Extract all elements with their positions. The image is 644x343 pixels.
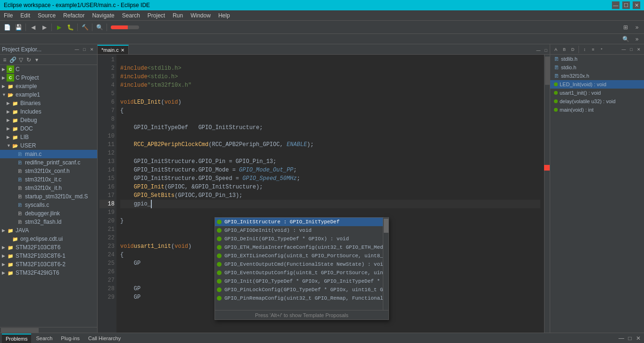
outline-btn4[interactable]: ↕	[581, 46, 588, 53]
bottom-maximize[interactable]: □	[626, 335, 634, 342]
new-button[interactable]: 📄	[2, 22, 12, 33]
ac-item-1[interactable]: GPIO_AFIODeInit(void) : void	[215, 226, 383, 235]
menu-window[interactable]: Window	[187, 11, 215, 20]
tree-ld[interactable]: 🖹 stm32_flash.ld	[0, 218, 97, 226]
tree-mainc[interactable]: 🖹 main.c	[0, 150, 97, 158]
outline-maximize[interactable]: □	[628, 46, 635, 53]
outline-stdlib[interactable]: 🖹 stdlib.h	[550, 55, 644, 63]
save-button[interactable]: 💾	[13, 22, 24, 33]
tree-stm1[interactable]: ▶ 📁 STM32F103C8T6	[0, 243, 97, 252]
bottom-close[interactable]: ✕	[635, 335, 642, 342]
editor-maximize[interactable]: □	[542, 47, 550, 54]
minimize-button[interactable]: —	[612, 1, 619, 9]
menu-project[interactable]: Project	[144, 11, 169, 20]
toolbar2-overflow[interactable]: »	[632, 34, 642, 44]
tree-startup[interactable]: 🖹 startup_stm32f10x_md.S	[0, 192, 97, 201]
tree-binaries[interactable]: ▶ 📁 Binaries	[0, 99, 97, 107]
tree-eclipse-cdt[interactable]: 📁 org.eclipse.cdt.ui	[0, 235, 97, 243]
search-button[interactable]: 🔍	[94, 22, 105, 33]
panel-menu-button[interactable]: ▾	[33, 56, 41, 64]
back-button[interactable]: ◀	[28, 22, 38, 33]
build-button[interactable]: 🔨	[80, 22, 90, 33]
menu-file[interactable]: File	[0, 11, 17, 20]
tree-stm4[interactable]: ▶ 📁 STM32F429IGT6	[0, 269, 97, 277]
menu-run[interactable]: Run	[169, 11, 187, 20]
tree-conf-h[interactable]: 🖹 stm32f10x_conf.h	[0, 167, 97, 175]
filter-button[interactable]: ▽	[17, 56, 25, 64]
tree-it-h[interactable]: 🖹 stm32f10x_it.h	[0, 184, 97, 192]
outline-btn5[interactable]: ≡	[589, 46, 597, 53]
ac-item-0[interactable]: GPIO_InitStructure : GPIO_InitTypeDef	[215, 218, 383, 226]
menu-source[interactable]: Source	[34, 11, 59, 20]
tree-jlink[interactable]: 🖹 debugger.jlink	[0, 209, 97, 218]
ac-item-2[interactable]: GPIO_DeInit(GPIO_TypeDef * GPIOx) : void	[215, 235, 383, 243]
link-editor-button[interactable]: 🔗	[9, 56, 17, 64]
toolbar-overflow[interactable]: »	[632, 22, 642, 33]
error-marker[interactable]	[544, 165, 550, 171]
tree-syscalls[interactable]: 🖹 syscalls.c	[0, 201, 97, 209]
bottom-minimize[interactable]: —	[618, 335, 625, 342]
tree-example1[interactable]: ▼ 📂 example1	[0, 90, 97, 99]
tree-it-c[interactable]: 🖹 stm32f10x_it.c	[0, 175, 97, 184]
editor-vscroll[interactable]	[544, 55, 550, 333]
outline-btn2[interactable]: B	[561, 46, 568, 53]
outline-usart[interactable]: usart1_init() : void	[550, 89, 644, 97]
tree-stm3[interactable]: ▶ 📁 STM32F103C8T6-2	[0, 260, 97, 269]
bottom-tab-plugins[interactable]: Plug-ins	[57, 334, 83, 343]
debug-button[interactable]: 🐛	[65, 22, 75, 33]
toolbar2-search[interactable]: 🔍	[620, 34, 631, 44]
left-panel-hscroll[interactable]	[0, 327, 97, 333]
perspective-button[interactable]: ⊞	[620, 22, 631, 33]
outline-btn3[interactable]: D	[569, 46, 577, 53]
panel-minimize[interactable]: —	[74, 46, 80, 53]
bottom-tab-callhierarchy[interactable]: Call Hierarchy	[84, 334, 124, 343]
ac-item-9[interactable]: GPIO_PinRemapConfig(uint32_t GPIO_Remap,…	[215, 294, 383, 302]
tree-debug[interactable]: ▶ 📁 Debug	[0, 116, 97, 124]
tree-redifine[interactable]: 🖹 redifine_printf_scanf.c	[0, 158, 97, 167]
run-button[interactable]: ▶	[54, 22, 64, 33]
ac-item-4[interactable]: GPIO_EXTILineConfig(uint8_t GPIO_PortSou…	[215, 252, 383, 260]
menu-edit[interactable]: Edit	[17, 11, 34, 20]
menu-search[interactable]: Search	[118, 11, 144, 20]
outline-btn6[interactable]: *	[598, 46, 605, 53]
ac-item-6[interactable]: GPIO_EventOutputConfig(uint8_t GPIO_Port…	[215, 269, 383, 277]
tree-example[interactable]: ▶ 📁 example	[0, 82, 97, 90]
outline-main[interactable]: main(void) : int	[550, 106, 644, 114]
menu-help[interactable]: Help	[215, 11, 234, 20]
close-button[interactable]: ✕	[633, 1, 640, 9]
tree-user[interactable]: ▼ 📂 USER	[0, 141, 97, 150]
outline-close[interactable]: ✕	[636, 46, 642, 53]
editor-content[interactable]: 12345 678910 1112131415 1617 18 19202122…	[98, 55, 550, 333]
panel-close[interactable]: ✕	[89, 46, 95, 53]
outline-delay[interactable]: delay(volatile u32) : void	[550, 97, 644, 106]
panel-maximize[interactable]: □	[81, 46, 88, 53]
tree-includes[interactable]: ▶ 📁 Includes	[0, 107, 97, 116]
ac-scrollbar[interactable]	[383, 218, 388, 310]
bottom-tab-problems[interactable]: Problems	[2, 334, 31, 343]
tab-mainc[interactable]: *main.c ✕	[98, 45, 129, 54]
tree-lib[interactable]: ▶ 📁 LIB	[0, 133, 97, 141]
collapse-all-button[interactable]: ≡	[1, 56, 8, 64]
tree-stm2[interactable]: ▶ 📁 STM32F103C8T6-1	[0, 252, 97, 260]
tab-mainc-close[interactable]: ✕	[121, 48, 124, 53]
tree-cproject[interactable]: ▶ C C Project	[0, 74, 97, 82]
outline-btn1[interactable]: A	[552, 46, 560, 53]
outline-stm32h[interactable]: 🖹 stm32f10x.h	[550, 72, 644, 80]
ac-item-5[interactable]: GPIO_EventOutputCmd(FunctionalState NewS…	[215, 260, 383, 269]
bottom-tab-search[interactable]: Search	[32, 334, 56, 343]
ac-item-7[interactable]: GPIO_Init(GPIO_TypeDef * GPIOx, GPIO_Ini…	[215, 277, 383, 286]
forward-button[interactable]: ▶	[39, 22, 50, 33]
ac-item-3[interactable]: GPIO_ETH_MediaInterfaceConfig(uint32_t G…	[215, 243, 383, 252]
tree-java[interactable]: ▶ 📁 JAVA	[0, 226, 97, 235]
editor-minimize[interactable]: —	[535, 47, 542, 54]
outline-ledinit[interactable]: LED_Init(void) : void	[550, 80, 644, 89]
menu-refactor[interactable]: Refactor	[59, 11, 88, 20]
menu-navigate[interactable]: Navigate	[88, 11, 118, 20]
outline-minimize[interactable]: —	[620, 46, 627, 53]
tree-c[interactable]: ▶ C C	[0, 65, 97, 74]
ac-item-8[interactable]: GPIO_PinLockConfig(GPIO_TypeDef * GPIOx,…	[215, 286, 383, 294]
outline-stdio[interactable]: 🖹 stdio.h	[550, 63, 644, 72]
maximize-button[interactable]: ☐	[622, 1, 630, 9]
tree-doc[interactable]: ▶ 📁 DOC	[0, 124, 97, 133]
sync-button[interactable]: ↻	[25, 56, 33, 64]
